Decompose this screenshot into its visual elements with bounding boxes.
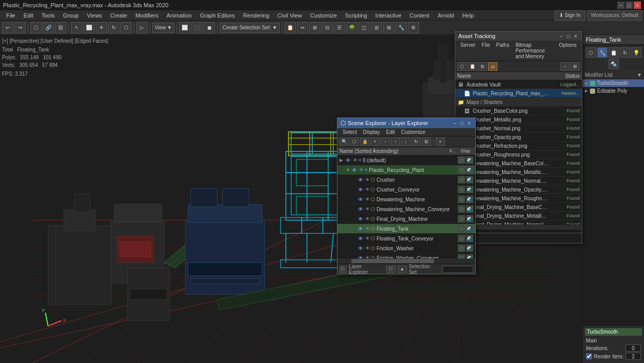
selection-set-dropdown[interactable]: Create Selection Set: ▼ bbox=[220, 23, 279, 33]
at-btn2[interactable]: 📋 bbox=[468, 62, 477, 71]
se-close-btn[interactable]: × bbox=[466, 120, 472, 126]
se-x-btn[interactable]: × bbox=[436, 137, 445, 146]
at-list-item[interactable]: 🏛 Autodesk Vault Logged... bbox=[455, 80, 582, 89]
at-list-item[interactable]: 🖼 Crusher_BaseColor.png Found bbox=[455, 107, 582, 115]
se-footer-icon1[interactable]: ⬡ bbox=[339, 266, 347, 273]
se-search-icon[interactable]: 🔍 bbox=[339, 137, 349, 146]
ts-render-iters-input[interactable] bbox=[625, 353, 641, 360]
se-scrollbar-thumb[interactable] bbox=[351, 259, 434, 263]
render-button[interactable]: ▷ bbox=[136, 22, 148, 33]
se-option1-btn[interactable]: ⊞ bbox=[422, 137, 431, 146]
se-delete-btn[interactable]: − bbox=[381, 137, 390, 146]
menu-file[interactable]: File bbox=[2, 11, 20, 20]
se-move-btn[interactable]: ↑ bbox=[391, 137, 400, 146]
se-layer-item[interactable]: 👁 👁 ⬡ Dewatering_Machine ⬡ 🌊 bbox=[337, 195, 475, 204]
se-selection-set-input[interactable] bbox=[442, 266, 473, 273]
array-button[interactable]: ⊞ bbox=[309, 22, 320, 33]
select-region-button[interactable]: ⬜ bbox=[83, 22, 95, 33]
menu-rendering[interactable]: Rendering bbox=[239, 11, 274, 20]
at-btn3[interactable]: ⊞ bbox=[478, 62, 487, 71]
rp-modify-btn[interactable]: 🔧 bbox=[597, 47, 607, 58]
maximize-button[interactable]: □ bbox=[625, 2, 633, 9]
modifier-list[interactable]: ▶ TurboSmooth ▶ Editable Poly bbox=[583, 79, 644, 325]
se-layer-item[interactable]: 👁 👁 ⬡ Floating_Tank ⬡ 🌊 bbox=[337, 224, 475, 234]
modifier-item[interactable]: ▶ Editable Poly bbox=[583, 87, 644, 95]
mirror-button[interactable]: ⇔ bbox=[297, 22, 308, 33]
menu-modifiers[interactable]: Modifiers bbox=[131, 11, 163, 20]
menu-create[interactable]: Create bbox=[106, 11, 131, 20]
close-button[interactable]: × bbox=[634, 2, 641, 9]
se-menu-select[interactable]: Select bbox=[339, 129, 360, 135]
move-button[interactable]: ✛ bbox=[96, 22, 107, 33]
menu-tools[interactable]: Tools bbox=[38, 11, 59, 20]
se-add-btn[interactable]: + bbox=[370, 137, 380, 146]
se-menu-customize[interactable]: Customize bbox=[398, 129, 428, 135]
se-layer-item[interactable]: ▶ 👁 👁 ≡ 0 (default) ⬡ 🌊 bbox=[337, 155, 475, 165]
se-maximize-btn[interactable]: □ bbox=[459, 120, 465, 126]
menu-views[interactable]: Views bbox=[83, 11, 106, 20]
unlink-button[interactable]: ⛓ bbox=[55, 22, 66, 33]
at-list-item[interactable]: 📄 Plastic_Recycling_Plant_max_vray.max N… bbox=[455, 89, 582, 98]
se-layer-item[interactable]: 👁 👁 ⬡ Final_Drying_Machine ⬡ 🌊 bbox=[337, 214, 475, 224]
undo-button[interactable]: ↩ bbox=[2, 22, 13, 33]
se-minimize-btn[interactable]: − bbox=[452, 120, 458, 126]
rp-motion-btn[interactable]: ↻ bbox=[620, 47, 630, 58]
at-titlebar[interactable]: Asset Tracking − □ × bbox=[455, 31, 582, 41]
at-menu-file[interactable]: File bbox=[478, 42, 493, 60]
se-layer-item[interactable]: 👁 👁 ⬡ Dewatering_Machine_Conveyor ⬡ 🌊 bbox=[337, 204, 475, 214]
menu-arnold[interactable]: Arnold bbox=[434, 11, 458, 20]
viewport-shading-2[interactable]: ⬛ bbox=[191, 22, 203, 33]
select-button[interactable]: ↖ bbox=[71, 22, 82, 33]
rp-utility-btn[interactable]: 🔩 bbox=[609, 59, 619, 69]
se-lock-btn[interactable]: 🔒 bbox=[360, 137, 369, 146]
scale-button[interactable]: ⬡ bbox=[120, 22, 132, 33]
se-filter-btn[interactable]: ⬡ bbox=[350, 137, 359, 146]
menu-graph-editors[interactable]: Graph Editors bbox=[196, 11, 239, 20]
se-menu-display[interactable]: Display bbox=[360, 129, 383, 135]
menu-civil-view[interactable]: Civil View bbox=[273, 11, 306, 20]
select-obj-button[interactable]: ⬡ bbox=[30, 22, 42, 33]
se-horizontal-scrollbar[interactable] bbox=[337, 258, 475, 264]
redo-button[interactable]: ↪ bbox=[14, 22, 26, 33]
ts-render-checkbox[interactable] bbox=[586, 353, 592, 359]
sign-in-button[interactable]: ⬇ Sign In bbox=[554, 10, 585, 21]
menu-help[interactable]: Help bbox=[458, 11, 478, 20]
at-btn5[interactable]: ↔ bbox=[560, 62, 569, 71]
extra-btn-2[interactable]: ⊞ bbox=[383, 22, 395, 33]
at-close-btn[interactable]: × bbox=[573, 33, 579, 39]
se-footer-btn1[interactable]: ⬡ bbox=[386, 266, 396, 273]
menu-scripting[interactable]: Scripting bbox=[341, 11, 371, 20]
se-layer-item[interactable]: 👁 👁 ⬡ Friction_Washer_Conveyor ⬡ 🌊 bbox=[337, 253, 475, 258]
ribbon-button[interactable]: ◫ bbox=[359, 22, 370, 33]
modifier-item[interactable]: ▶ TurboSmooth bbox=[583, 79, 644, 87]
at-menu-bitmap[interactable]: Bitmap Performance and Memory bbox=[512, 42, 556, 60]
menu-edit[interactable]: Edit bbox=[20, 11, 38, 20]
scene-explorer-titlebar[interactable]: ⬡ Scene Explorer - Layer Explorer − □ × bbox=[337, 118, 475, 128]
se-menu-edit[interactable]: Edit bbox=[383, 129, 398, 135]
align-button[interactable]: ⊟ bbox=[321, 22, 333, 33]
view-dropdown[interactable]: View ▼ bbox=[152, 23, 174, 33]
se-refresh-btn[interactable]: ↻ bbox=[412, 137, 421, 146]
se-layer-item[interactable]: 👁 👁 ⬡ Friction_Washer ⬡ 🌊 bbox=[337, 244, 475, 253]
se-footer-btn2[interactable]: ▲ bbox=[398, 266, 407, 273]
menu-customize[interactable]: Customize bbox=[306, 11, 341, 20]
rotate-button[interactable]: ↻ bbox=[108, 22, 119, 33]
layer-manager-button[interactable]: ☰ bbox=[334, 22, 345, 33]
at-btn1[interactable]: ⬡ bbox=[457, 62, 467, 71]
at-minimize-btn[interactable]: − bbox=[558, 33, 564, 39]
se-layer-item[interactable]: ▼ 👁 👁 ≡ Plastic_Recycling_Plant ⬡ 🌊 bbox=[337, 165, 475, 175]
se-layer-item[interactable]: 👁 👁 ⬡ Floating_Tank_Conveyor ⬡ 🌊 bbox=[337, 234, 475, 244]
menu-animation[interactable]: Animation bbox=[163, 11, 196, 20]
at-menu-options[interactable]: Options bbox=[556, 42, 580, 60]
at-menu-server[interactable]: Server bbox=[457, 42, 478, 60]
rp-hierarchy-btn[interactable]: 📋 bbox=[609, 47, 619, 58]
at-maximize-btn[interactable]: □ bbox=[565, 33, 571, 39]
extra-btn-4[interactable]: ⚙ bbox=[408, 22, 419, 33]
minimize-button[interactable]: − bbox=[617, 2, 624, 9]
at-btn6[interactable]: ⊞ bbox=[570, 62, 580, 71]
named-selection-button[interactable]: 📋 bbox=[284, 22, 296, 33]
se-layer-list[interactable]: ▶ 👁 👁 ≡ 0 (default) ⬡ 🌊 ▼ 👁 👁 ≡ Plastic_… bbox=[337, 155, 475, 258]
at-menu-paths[interactable]: Paths bbox=[493, 42, 513, 60]
rp-create-btn[interactable]: ⬡ bbox=[586, 47, 596, 58]
ts-iterations-input[interactable] bbox=[625, 344, 641, 352]
